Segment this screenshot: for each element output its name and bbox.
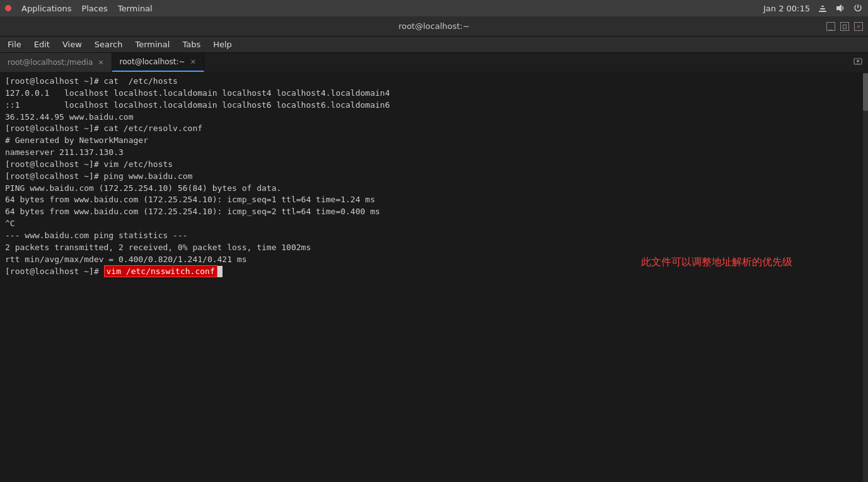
term-line-12: 64 bytes from www.baidu.com (172.25.254.… [5,206,863,218]
system-bar: Applications Places Terminal Jan 2 00:15 [0,0,868,16]
term-line-4: 36.152.44.95 www.baidu.com [5,112,863,123]
term-line-1: [root@localhost ~]# cat /etc/hosts [5,76,863,88]
menu-view[interactable]: View [57,38,87,50]
window-title: root@localhost:~ [398,21,470,31]
svg-rect-0 [819,11,826,12]
term-line-13: ^C [5,218,863,230]
menu-tabs[interactable]: Tabs [177,38,205,50]
scrollbar-thumb[interactable] [863,73,868,111]
menu-bar: File Edit View Search Terminal Tabs Help [0,37,868,53]
svg-point-5 [857,60,859,62]
terminal-window: root@localhost:~ _ □ ✕ File Edit View Se… [0,16,868,482]
datetime-display: Jan 2 00:15 [763,4,810,13]
tab-media[interactable]: root@localhost:/media ✕ [0,53,112,72]
term-line-7: nameserver 211.137.130.3 [5,147,863,159]
term-line-8: [root@localhost ~]# vim /etc/hosts [5,159,863,171]
volume-icon [835,3,845,13]
term-line-6: # Generated by NetworkManager [5,135,863,147]
term-line-5: [root@localhost ~]# cat /etc/resolv.conf [5,123,863,135]
maximize-button[interactable]: □ [840,22,849,31]
title-bar: root@localhost:~ _ □ ✕ [0,16,868,37]
system-bar-right: Jan 2 00:15 [763,3,863,13]
menu-help[interactable]: Help [208,38,237,50]
term-line-14: --- www.baidu.com ping statistics --- [5,230,863,242]
terminal-menu[interactable]: Terminal [118,4,153,13]
svg-rect-2 [821,6,824,7]
app-indicator [5,5,11,11]
term-line-15: 2 packets transmitted, 2 received, 0% pa… [5,242,863,254]
menu-edit[interactable]: Edit [29,38,55,50]
term-line-11: 64 bytes from www.baidu.com (172.25.254.… [5,194,863,206]
term-line-10: PING www.baidu.com (172.25.254.10) 56(84… [5,183,863,195]
title-bar-controls: _ □ ✕ [826,22,863,31]
places-menu[interactable]: Places [81,4,107,13]
power-icon[interactable] [853,3,863,13]
term-line-2: 127.0.0.1 localhost localhost.localdomai… [5,88,863,100]
svg-rect-1 [820,8,825,9]
annotation-text: 此文件可以调整地址解析的优先级 [641,256,792,269]
term-line-9: [root@localhost ~]# ping www.baidu.com [5,171,863,183]
menu-file[interactable]: File [3,38,26,50]
menu-search[interactable]: Search [90,38,128,50]
tabs-bar: root@localhost:/media ✕ root@localhost:~… [0,53,868,73]
system-bar-left: Applications Places Terminal [5,4,153,13]
tab-media-label: root@localhost:/media [8,58,93,67]
network-icon [818,3,828,13]
svg-marker-3 [836,4,842,12]
tab-home-close[interactable]: ✕ [190,58,196,66]
tab-home[interactable]: root@localhost:~ ✕ [112,53,204,72]
tab-add-button[interactable] [848,53,868,72]
scrollbar[interactable] [863,73,868,482]
minimize-button[interactable]: _ [826,22,835,31]
term-line-3: ::1 localhost localhost.localdomain loca… [5,100,863,112]
applications-menu[interactable]: Applications [21,4,71,13]
tab-home-label: root@localhost:~ [120,57,185,66]
close-button[interactable]: ✕ [854,22,863,31]
highlighted-command: vim /etc/nsswitch.conf [104,265,217,277]
tab-media-close[interactable]: ✕ [98,59,103,67]
menu-terminal[interactable]: Terminal [130,38,175,50]
terminal-content[interactable]: [root@localhost ~]# cat /etc/hosts 127.0… [0,73,868,482]
